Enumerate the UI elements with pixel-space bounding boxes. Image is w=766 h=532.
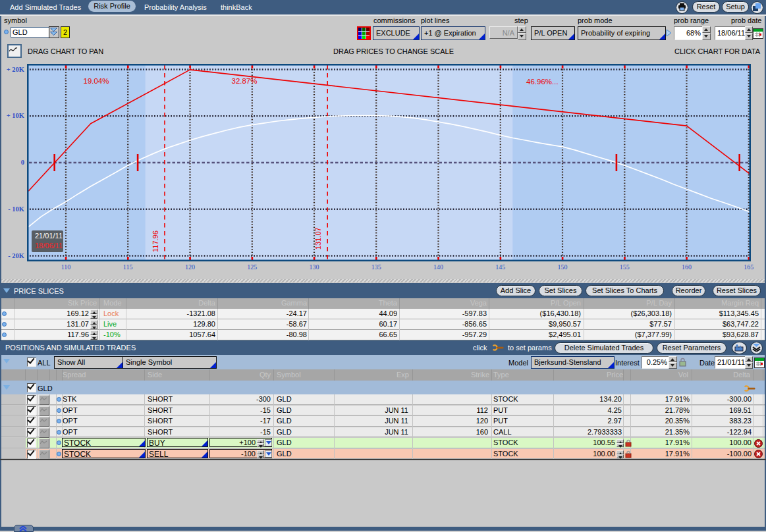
svg-text:117.96: 117.96 (151, 230, 159, 252)
svg-text:131.07: 131.07 (314, 227, 322, 250)
svg-text:21/01/11: 21/01/11 (35, 232, 63, 240)
svg-text:32.87%: 32.87% (231, 77, 257, 85)
svg-text:19.04%: 19.04% (83, 77, 109, 85)
svg-text:46.96%...: 46.96%... (526, 78, 559, 86)
svg-text:18/06/11: 18/06/11 (35, 242, 63, 250)
